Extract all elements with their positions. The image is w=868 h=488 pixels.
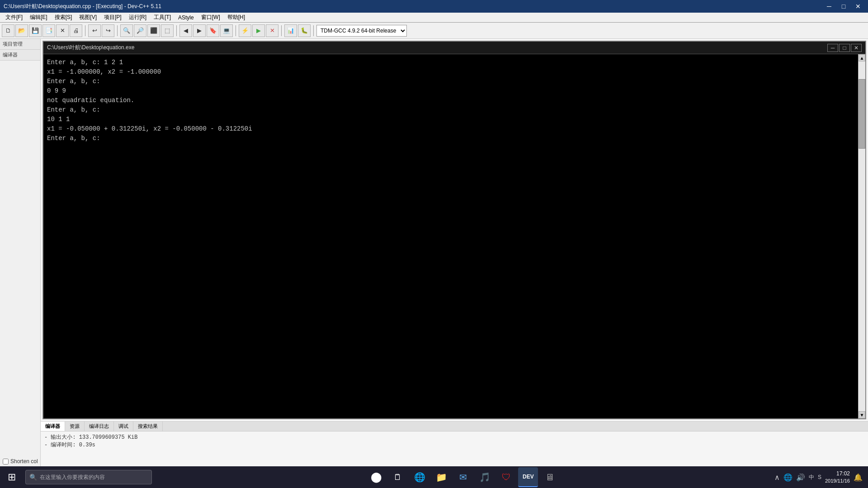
compile-button[interactable]: ⚡	[239, 24, 251, 37]
taskbar-music-icon[interactable]: 🎵	[475, 467, 495, 487]
undo-button[interactable]: ↩	[88, 24, 101, 37]
menu-item-0[interactable]: 文件[F]	[2, 13, 26, 22]
compiler-select[interactable]: TDM-GCC 4.9.2 64-bit Release	[316, 25, 407, 37]
replace-button[interactable]: 🔎	[134, 24, 146, 37]
console-line: 0 9 9	[47, 86, 854, 96]
console-body[interactable]: Enter a, b, c: 1 2 1x1 = -1.000000, x2 =…	[43, 54, 858, 418]
close-button[interactable]: ✕	[852, 2, 864, 11]
clock-date: 2019/11/16	[825, 478, 850, 484]
sidebar-tab-project[interactable]: 项目管理	[0, 39, 40, 50]
compiler-tab-search[interactable]: 搜索结果	[133, 422, 163, 431]
console-window: C:\Users\叶航\Desktop\equation.exe ─ □ ✕ E…	[42, 41, 866, 419]
taskbar-mail-icon[interactable]: ✉	[453, 467, 473, 487]
console-inner: Enter a, b, c: 1 2 1x1 = -1.000000, x2 =…	[43, 54, 865, 418]
shorten-col-label: Shorten col	[10, 458, 38, 465]
compiler-tabs: 编译器 资源 编译日志 调试 搜索结果	[41, 422, 868, 432]
toolbar: 🗋 📂 💾 📑 ✕ 🖨 ↩ ↪ 🔍 🔎 ⬛ ⬚ ◀ ▶ 🔖 💻 ⚡ ▶ ✕ 📊 …	[0, 23, 868, 39]
search-button[interactable]: 🔍	[120, 24, 133, 37]
maximize-button[interactable]: □	[837, 2, 850, 11]
menu-item-1[interactable]: 编辑[E]	[26, 13, 51, 22]
minimize-button[interactable]: ─	[823, 2, 835, 11]
toolbar-sep-3	[176, 25, 177, 36]
compiler-tab-resource[interactable]: 资源	[65, 422, 85, 431]
tray-volume-icon[interactable]: 🔊	[796, 473, 805, 482]
compiler-tab-compiler[interactable]: 编译器	[41, 422, 65, 431]
clock[interactable]: 17:02 2019/11/16	[825, 470, 850, 484]
console-close-button[interactable]: ✕	[851, 44, 862, 52]
toolbar-sep-4	[236, 25, 236, 36]
bookmark1-button[interactable]: 🔖	[207, 24, 219, 37]
shell-button[interactable]: 💻	[220, 24, 233, 37]
indent-button[interactable]: ⬛	[147, 24, 160, 37]
toolbar-sep-5	[281, 25, 282, 36]
compiler-output: - 输出大小: 133.7099609375 KiB- 编译时间: 0.39s	[41, 432, 868, 468]
shorten-col-checkbox[interactable]	[3, 459, 9, 465]
tray-expand-icon[interactable]: ∧	[774, 473, 780, 482]
menu-item-8[interactable]: 窗口[W]	[198, 13, 224, 22]
taskbar-edge-icon[interactable]: 🌐	[410, 467, 429, 487]
title-bar-controls: ─ □ ✕	[823, 2, 864, 11]
search-icon: 🔍	[29, 474, 37, 481]
new-button[interactable]: 🗋	[2, 24, 14, 37]
menu-bar: 文件[F]编辑[E]搜索[S]视图[V]项目[P]运行[R]工具[T]AStyl…	[0, 13, 868, 23]
search-placeholder: 在这里输入你要搜索的内容	[40, 474, 105, 481]
compile-run-button[interactable]: ✕	[266, 24, 278, 37]
save-button[interactable]: 💾	[29, 24, 42, 37]
scroll-track	[859, 61, 865, 411]
redo-button[interactable]: ↪	[102, 24, 114, 37]
print-button[interactable]: 🖨	[70, 24, 82, 37]
tray-network-icon[interactable]: 🌐	[783, 473, 793, 482]
menu-item-2[interactable]: 搜索[S]	[51, 13, 76, 22]
console-line: 10 1 1	[47, 115, 854, 124]
open-button[interactable]: 📂	[15, 24, 28, 37]
debug-button[interactable]: 🐛	[298, 24, 311, 37]
scroll-up-button[interactable]: ▲	[859, 54, 865, 61]
console-maximize-button[interactable]: □	[839, 44, 850, 52]
tray-lang-icon[interactable]: 中	[809, 474, 814, 481]
taskbar-right: ∧ 🌐 🔊 中 S 17:02 2019/11/16 🔔	[774, 470, 868, 484]
center-area: C:\Users\叶航\Desktop\equation.exe ─ □ ✕ E…	[41, 39, 868, 475]
scroll-down-button[interactable]: ▼	[859, 411, 865, 418]
console-minimize-button[interactable]: ─	[827, 44, 838, 52]
save-all-button[interactable]: 📑	[42, 24, 55, 37]
taskbar-icons: ⬤ 🗒 🌐 📁 ✉ 🎵 🛡 DEV 🖥	[152, 467, 774, 487]
taskbar: ⊞ 🔍 在这里输入你要搜索的内容 ⬤ 🗒 🌐 📁 ✉ 🎵 🛡 DEV 🖥 ∧ 🌐…	[0, 466, 868, 488]
taskbar-screen-icon[interactable]: 🖥	[540, 467, 560, 487]
console-title-bar: C:\Users\叶航\Desktop\equation.exe ─ □ ✕	[43, 42, 865, 54]
chart-button[interactable]: 📊	[284, 24, 297, 37]
taskbar-explorer-icon[interactable]: 📁	[431, 467, 451, 487]
compiler-tab-debug[interactable]: 调试	[114, 422, 133, 431]
compiler-tab-log[interactable]: 编译日志	[85, 422, 114, 431]
console-line: not quadratic equation.	[47, 96, 854, 105]
unindent-button[interactable]: ⬚	[161, 24, 174, 37]
title-bar-title: C:\Users\叶航\Desktop\equation.cpp - [Exec…	[4, 3, 823, 10]
sidebar-tab-compiler[interactable]: 编译器	[0, 50, 40, 61]
forward-button[interactable]: ▶	[193, 24, 206, 37]
search-bar[interactable]: 🔍 在这里输入你要搜索的内容	[25, 470, 152, 484]
taskbar-task-view-icon[interactable]: 🗒	[388, 467, 408, 487]
console-line: Enter a, b, c:	[47, 134, 854, 143]
console-line: Enter a, b, c:	[47, 77, 854, 86]
menu-item-5[interactable]: 运行[R]	[125, 13, 150, 22]
console-line: x1 = -1.000000, x2 = -1.000000	[47, 67, 854, 77]
menu-item-7[interactable]: AStyle	[175, 14, 198, 22]
shorten-col-area: Shorten col	[3, 458, 38, 465]
compiler-output-line: - 输出大小: 133.7099609375 KiB	[44, 433, 864, 441]
close-file-button[interactable]: ✕	[56, 24, 69, 37]
taskbar-cortana-icon[interactable]: ⬤	[366, 467, 386, 487]
menu-item-6[interactable]: 工具[T]	[150, 13, 175, 22]
run-button[interactable]: ▶	[252, 24, 265, 37]
taskbar-shield-icon[interactable]: 🛡	[496, 467, 516, 487]
console-scrollbar[interactable]: ▲ ▼	[858, 54, 865, 418]
scroll-thumb[interactable]	[859, 79, 865, 149]
menu-item-3[interactable]: 视图[V]	[75, 13, 100, 22]
menu-item-4[interactable]: 项目[P]	[100, 13, 125, 22]
compiler-output-line: - 编译时间: 0.39s	[44, 441, 864, 449]
back-button[interactable]: ◀	[179, 24, 192, 37]
start-button[interactable]: ⊞	[0, 466, 24, 488]
tray-notification-icon[interactable]: 🔔	[854, 473, 863, 482]
tray-sogou-icon[interactable]: S	[818, 474, 821, 480]
menu-item-9[interactable]: 帮助[H]	[224, 13, 249, 22]
taskbar-dev-icon[interactable]: DEV	[518, 467, 538, 487]
toolbar-sep-6	[313, 25, 314, 36]
